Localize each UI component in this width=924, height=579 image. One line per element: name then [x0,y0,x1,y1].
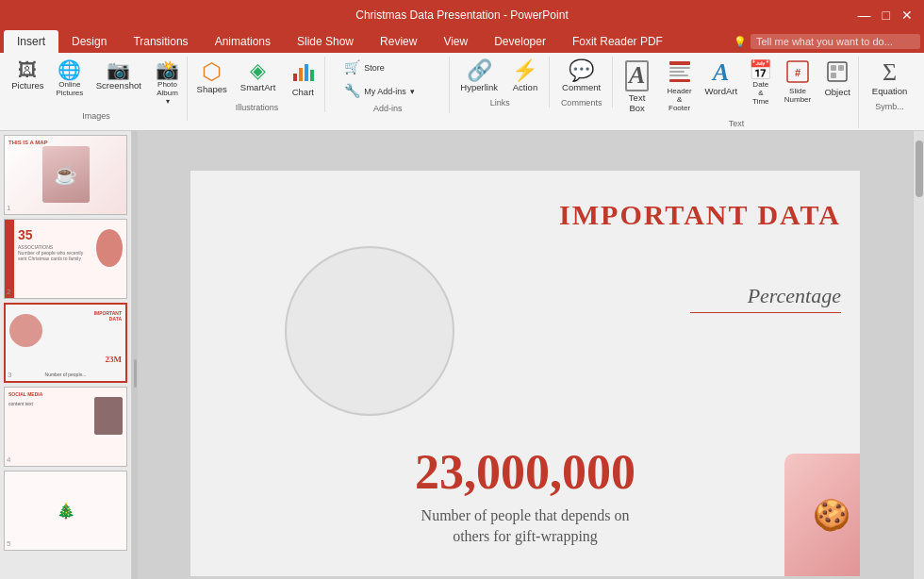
slide-3-number-label: 3 [8,371,11,379]
screenshot-group: 📷 Screenshot [91,57,147,94]
slide-3-circle [9,314,42,347]
tab-insert[interactable]: Insert [4,30,58,53]
slide-5-icon: 🎄 [57,502,75,520]
wordart-label: WordArt [704,86,737,96]
equation-button[interactable]: Σ Equation [866,57,914,100]
action-icon: ⚡ [512,60,537,81]
photo-album-button[interactable]: 📸 PhotoAlbum ▾ [149,57,186,109]
myadds-button[interactable]: 🔧 My Add-ins ▾ [340,80,435,102]
slide-4-title: SOCIAL MEDIA [8,391,42,397]
resize-indicator [134,359,137,388]
title-bar: Christmas Data Presentation - PowerPoint… [0,0,924,30]
slide-4-number: 4 [7,455,10,464]
slide-thumb-3[interactable]: IMPORTANTDATA 23M Number of people... 3 [4,303,127,383]
maximize-button[interactable]: □ [879,8,894,23]
shapes-button[interactable]: ⬡ Shapes [191,57,233,98]
main-area: ☕ THIS IS A MAP 1 35 ASSOCIATIONSNumber … [0,131,924,579]
illustrations-buttons: ⬡ Shapes ◈ SmartArt Chart [191,57,323,101]
slide-panel-scrollbar[interactable] [913,131,924,579]
tell-me-input[interactable] [751,34,920,49]
slide-percentage-label: Percentage [748,284,841,308]
tab-slideshow[interactable]: Slide Show [284,30,367,53]
main-slide[interactable]: IMPORTANT DATA Percentage 23,000,000 Num… [190,171,860,576]
header-footer-button[interactable]: Header& Footer [660,57,698,116]
window-controls[interactable]: — □ ✕ [854,8,916,23]
pictures-button[interactable]: 🖼 Pictures [7,57,49,94]
slide-4-img [94,397,123,435]
date-time-button[interactable]: 📅 Date &Time [744,57,778,109]
slide-2-text: ASSOCIATIONSNumber of people who recentl… [18,244,89,261]
slide-4-text: content text [8,401,65,406]
tab-foxitpdf[interactable]: Foxit Reader PDF [559,30,676,53]
online-pictures-button[interactable]: 🌐 OnlinePictures [51,57,89,101]
slide-5-content: 🎄 [5,471,126,550]
slide-5-number: 5 [7,539,10,548]
slide-desc-line1: Number of people that depends on [421,507,630,523]
addins-group-label: Add-ins [373,104,403,113]
comment-icon: 💬 [569,60,594,81]
ribbon-body: 🖼 Pictures 🌐 OnlinePictures 📷 Screenshot… [0,53,924,131]
action-button[interactable]: ⚡ Action [505,57,545,96]
ribbon-group-addins: 🛒 Store 🔧 My Add-ins ▾ Add-ins [327,57,450,113]
symbols-buttons: Σ Equation [866,57,914,100]
chart-button[interactable]: Chart [283,57,322,101]
title-bar-filename: Christmas Data Presentation - PowerPoint [355,8,568,22]
tell-me-area[interactable]: 💡 [676,30,924,53]
slide-thumb-2[interactable]: 35 ASSOCIATIONSNumber of people who rece… [4,219,127,299]
tab-transitions[interactable]: Transitions [120,30,201,53]
textbox-icon: A [625,60,649,91]
slide-number-svg: # [786,60,809,83]
slide-number-button[interactable]: # SlideNumber [780,57,816,108]
svg-rect-12 [831,65,836,71]
tab-review[interactable]: Review [367,30,430,53]
slide-big-number: 23,000,000 [415,444,635,500]
smartart-label: SmartArt [240,82,275,92]
header-footer-label: Header& Footer [666,87,692,112]
screenshot-button[interactable]: 📷 Screenshot [91,57,147,94]
slide-3-desc-thumb: Number of people... [45,372,87,377]
tab-developer[interactable]: Developer [481,30,559,53]
tab-view[interactable]: View [430,30,481,53]
chart-icon [291,60,314,86]
slide-circle [285,246,454,416]
comment-button[interactable]: 💬 Comment [556,57,606,96]
scrollbar-thumb[interactable] [916,141,923,197]
svg-rect-13 [838,65,844,71]
wordart-button[interactable]: A WordArt [701,57,742,100]
images-group-label: Images [82,111,110,121]
slide-thumb-1[interactable]: ☕ THIS IS A MAP 1 [4,135,127,215]
slide-thumb-5[interactable]: 🎄 5 [4,471,127,551]
slide-2-number: 35 [18,227,33,242]
svg-rect-6 [669,71,685,73]
online-pictures-icon: 🌐 [58,60,81,79]
ribbon-group-text: A Text Box Header& Footer A WordArt [615,57,859,128]
slide-panel[interactable]: ☕ THIS IS A MAP 1 35 ASSOCIATIONSNumber … [0,131,132,579]
slide-3-content: IMPORTANTDATA 23M Number of people... [6,305,125,381]
tab-design[interactable]: Design [58,30,120,53]
svg-rect-4 [669,61,690,65]
photo-album-group: 📸 PhotoAlbum ▾ [149,57,186,109]
slide-1-number: 1 [7,204,10,212]
text-group-label: Text [729,119,745,128]
header-footer-svg [668,60,691,83]
photo-album-icon: 📸 [156,60,179,79]
textbox-button[interactable]: A Text Box [616,57,659,117]
object-button[interactable]: Object [817,57,857,101]
comment-label: Comment [562,82,601,92]
hyperlink-button[interactable]: 🔗 Hyperlink [454,57,503,96]
myadds-icon: 🔧 [344,83,360,98]
tab-animations[interactable]: Animations [202,30,284,53]
photo-album-label: PhotoAlbum ▾ [155,80,180,106]
smartart-button[interactable]: ◈ SmartArt [235,57,281,96]
slide-number-icon: # [786,60,809,86]
svg-rect-5 [669,67,690,69]
slide-thumb-4[interactable]: SOCIAL MEDIA content text 4 [4,387,127,467]
smartart-icon: ◈ [250,60,266,81]
minimize-button[interactable]: — [854,8,875,23]
svg-rect-8 [669,79,690,82]
svg-rect-2 [305,64,308,81]
slide-main-title: IMPORTANT DATA [559,199,841,231]
store-button[interactable]: 🛒 Store [340,57,435,78]
close-button[interactable]: ✕ [898,8,916,23]
symbols-group-label: Symb... [875,102,904,111]
